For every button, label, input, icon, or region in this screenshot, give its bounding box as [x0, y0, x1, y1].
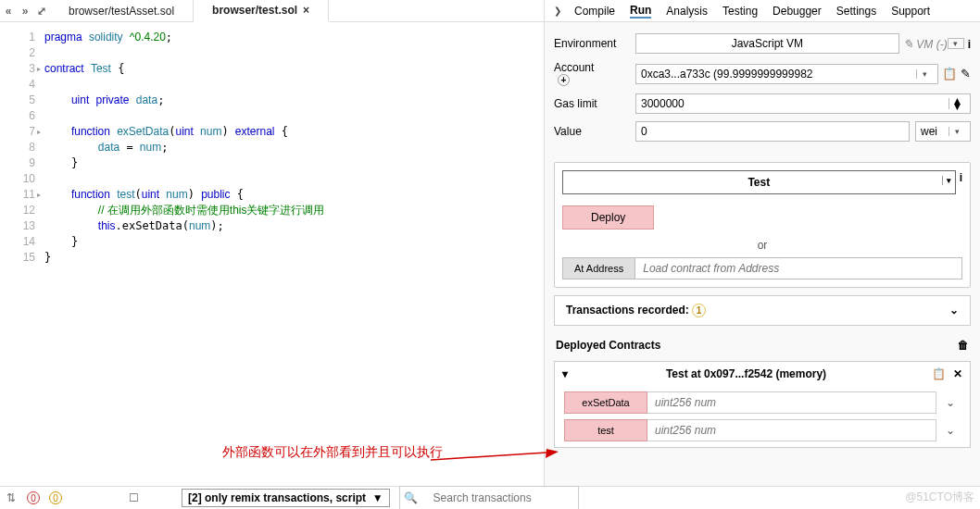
- tab-test[interactable]: browser/test.sol ×: [194, 0, 329, 22]
- gaslimit-input[interactable]: 3000000▲▼: [635, 93, 971, 114]
- menu-run[interactable]: Run: [630, 4, 651, 19]
- svg-line-0: [431, 453, 547, 460]
- menu-compile[interactable]: Compile: [574, 5, 615, 18]
- close-icon[interactable]: ×: [303, 4, 309, 17]
- watermark: @51CTO博客: [905, 490, 974, 505]
- chevron-down-icon[interactable]: ⌄: [949, 304, 959, 317]
- chevron-down-icon[interactable]: ▾: [916, 69, 933, 79]
- close-icon[interactable]: ✕: [953, 367, 962, 380]
- env-dropdown-icon[interactable]: ▾: [948, 38, 964, 49]
- copy-icon[interactable]: 📋: [942, 67, 957, 81]
- env-label: Environment: [554, 37, 635, 50]
- menu-testing[interactable]: Testing: [722, 5, 758, 18]
- side-panel: ❯ Compile Run Analysis Testing Debugger …: [545, 0, 980, 486]
- search-box: 🔍: [399, 486, 579, 509]
- menu-debugger[interactable]: Debugger: [773, 5, 822, 18]
- deploy-button[interactable]: Deploy: [562, 205, 654, 230]
- console-bar: ⇅ 0 0 ☐ [2] only remix transactions, scr…: [0, 486, 980, 509]
- copy-icon[interactable]: 📋: [932, 367, 946, 380]
- account-label: Account +: [554, 61, 635, 86]
- tab-bar: « » ⤢ browser/testAsset.sol browser/test…: [0, 0, 544, 22]
- stepper-icon[interactable]: ▲▼: [949, 98, 965, 109]
- function-row: exSetData ⌄: [564, 391, 961, 414]
- instance-title: Test at 0x097...f2542 (memory): [568, 367, 924, 380]
- checkbox[interactable]: ☐: [122, 487, 144, 509]
- tx-filter-select[interactable]: [2] only remix transactions, script ▼: [182, 489, 390, 507]
- gaslimit-label: Gas limit: [554, 97, 635, 110]
- info-icon[interactable]: i: [968, 37, 971, 51]
- warn-count-badge[interactable]: 0: [44, 487, 67, 509]
- code-editor[interactable]: 123456789101112131415 pragma solidity ^0…: [0, 22, 544, 486]
- menu-scroll-icon[interactable]: ❯: [554, 6, 561, 16]
- menu-settings[interactable]: Settings: [836, 5, 876, 18]
- at-address-button[interactable]: At Address: [562, 257, 635, 279]
- at-address-input[interactable]: [635, 257, 962, 279]
- toggle-console-icon[interactable]: ⇅: [0, 487, 22, 509]
- tab-label: browser/testAsset.sol: [69, 5, 174, 18]
- func-exsetdata-button[interactable]: exSetData: [564, 391, 647, 414]
- transactions-recorded[interactable]: Transactions recorded: 1 ⌄: [554, 295, 971, 326]
- add-account-icon[interactable]: +: [558, 74, 570, 86]
- func-test-button[interactable]: test: [564, 419, 647, 441]
- info-icon[interactable]: i: [960, 170, 962, 194]
- value-unit-select[interactable]: wei▾: [915, 121, 971, 142]
- or-label: or: [562, 239, 962, 252]
- edit-icon[interactable]: ✎: [961, 67, 971, 81]
- tx-count-badge: 1: [692, 304, 706, 317]
- deployed-contracts-header: Deployed Contracts 🗑: [545, 333, 980, 357]
- side-menu: ❯ Compile Run Analysis Testing Debugger …: [545, 0, 980, 22]
- value-input[interactable]: 0: [635, 121, 910, 142]
- line-gutter: 123456789101112131415: [0, 22, 41, 486]
- env-select[interactable]: JavaScript VM: [635, 33, 899, 54]
- func-exsetdata-input[interactable]: [647, 391, 936, 414]
- func-test-input[interactable]: [647, 419, 936, 441]
- menu-support[interactable]: Support: [891, 5, 930, 18]
- value-label: Value: [554, 125, 635, 138]
- vm-note: ✎ VM (-): [903, 37, 948, 51]
- function-row: test ⌄: [564, 419, 961, 441]
- expand-icon[interactable]: ⌄: [940, 419, 961, 441]
- tab-testasset[interactable]: browser/testAsset.sol: [50, 0, 194, 22]
- menu-analysis[interactable]: Analysis: [666, 5, 708, 18]
- search-icon[interactable]: 🔍: [400, 487, 422, 509]
- editor-pane: « » ⤢ browser/testAsset.sol browser/test…: [0, 0, 545, 486]
- contract-select[interactable]: Test: [562, 170, 956, 194]
- svg-marker-1: [546, 449, 559, 458]
- tab-label: browser/test.sol: [212, 4, 297, 17]
- tabs-expand-icon[interactable]: ⤢: [33, 0, 50, 22]
- chevron-down-icon[interactable]: ▾: [949, 127, 965, 136]
- expand-icon[interactable]: ⌄: [940, 391, 961, 414]
- deploy-section: Test i Deploy or At Address: [554, 162, 971, 288]
- account-select[interactable]: 0xca3...a733c (99.9999999999982▾: [635, 64, 938, 84]
- error-count-badge[interactable]: 0: [22, 487, 44, 509]
- tabs-scroll-right-icon[interactable]: »: [17, 0, 33, 22]
- tabs-scroll-left-icon[interactable]: «: [0, 0, 17, 22]
- contract-instance: ▾ Test at 0x097...f2542 (memory) 📋 ✕ exS…: [554, 361, 971, 448]
- code-content[interactable]: pragma solidity ^0.4.20; contract Test {…: [41, 22, 544, 486]
- annotation-text: 外部函数可以在外部看到并且可以执行: [222, 444, 443, 461]
- search-input[interactable]: [428, 489, 578, 507]
- annotation-arrow: [431, 447, 560, 470]
- trash-icon[interactable]: 🗑: [958, 339, 969, 352]
- run-config: Environment JavaScript VM ✎ VM (-) ▾ i A…: [545, 22, 980, 155]
